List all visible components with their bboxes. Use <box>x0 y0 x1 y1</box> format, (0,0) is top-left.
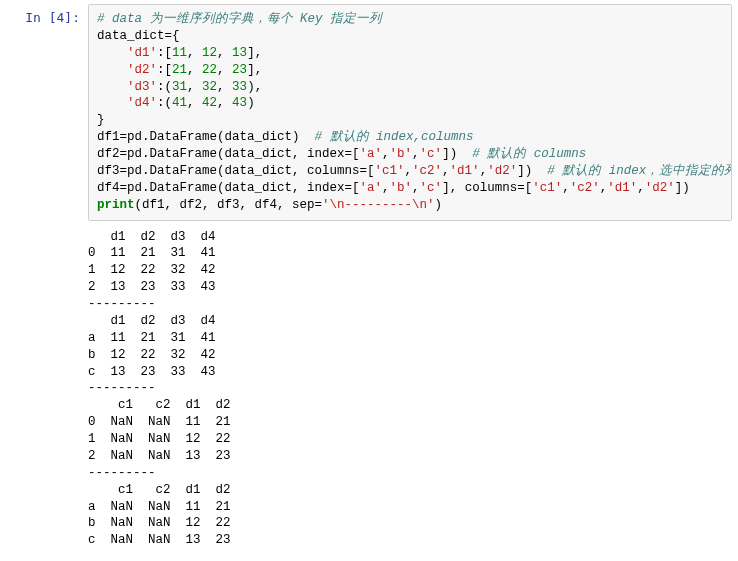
stdout-output: d1 d2 d3 d4 0 11 21 31 41 1 12 22 32 42 … <box>80 221 738 558</box>
output-row: d1 d2 d3 d4 0 11 21 31 41 1 12 22 32 42 … <box>0 221 738 558</box>
notebook-cell: In [4]: # data 为一维序列的字典，每个 Key 指定一列 data… <box>0 0 738 221</box>
input-prompt: In [4]: <box>0 4 88 25</box>
code-comment: # data 为一维序列的字典，每个 Key 指定一列 <box>97 12 382 26</box>
code-text: data_dict={ <box>97 29 180 43</box>
code-input[interactable]: # data 为一维序列的字典，每个 Key 指定一列 data_dict={ … <box>88 4 732 221</box>
